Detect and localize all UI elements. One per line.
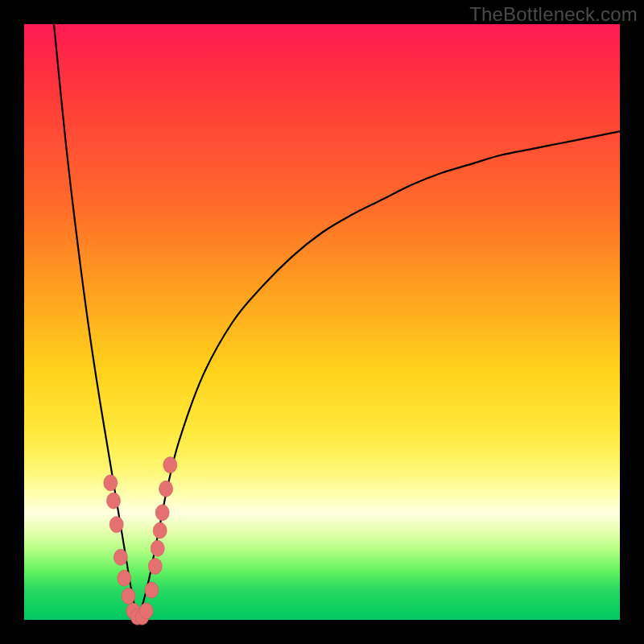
curve-left-branch: [54, 24, 138, 620]
chart-svg: [24, 24, 620, 620]
data-marker: [104, 475, 118, 491]
watermark-text: TheBottleneck.com: [469, 3, 638, 26]
data-marker: [118, 570, 131, 586]
data-marker: [148, 558, 162, 574]
data-marker: [139, 603, 153, 619]
data-marker: [151, 540, 164, 556]
data-marker: [163, 457, 177, 473]
curve-right-branch: [138, 131, 620, 620]
data-marker: [155, 505, 169, 521]
data-marker: [114, 549, 127, 565]
chart-frame: TheBottleneck.com: [0, 0, 644, 644]
data-marker: [159, 481, 173, 497]
marker-group: [104, 457, 177, 625]
data-marker: [107, 493, 121, 509]
data-marker: [109, 517, 123, 533]
data-marker: [153, 522, 167, 539]
data-marker: [122, 588, 135, 604]
plot-area: [24, 24, 620, 620]
curve-group: [54, 24, 620, 620]
data-marker: [145, 582, 159, 598]
